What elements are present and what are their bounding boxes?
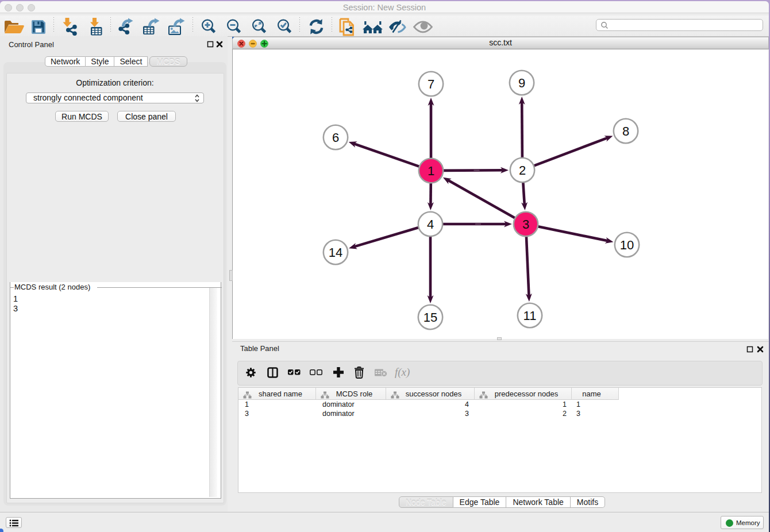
svg-text:10: 10 xyxy=(620,238,634,252)
svg-text:3: 3 xyxy=(522,217,529,232)
svg-text:14: 14 xyxy=(329,245,342,260)
svg-text:8: 8 xyxy=(622,124,629,138)
svg-text:4: 4 xyxy=(427,217,434,232)
svg-text:2: 2 xyxy=(519,163,526,178)
svg-text:15: 15 xyxy=(424,310,437,325)
svg-text:11: 11 xyxy=(523,309,537,323)
svg-text:6: 6 xyxy=(332,130,339,145)
svg-text:1: 1 xyxy=(428,164,434,178)
svg-text:9: 9 xyxy=(518,76,525,90)
svg-text:7: 7 xyxy=(428,77,434,91)
